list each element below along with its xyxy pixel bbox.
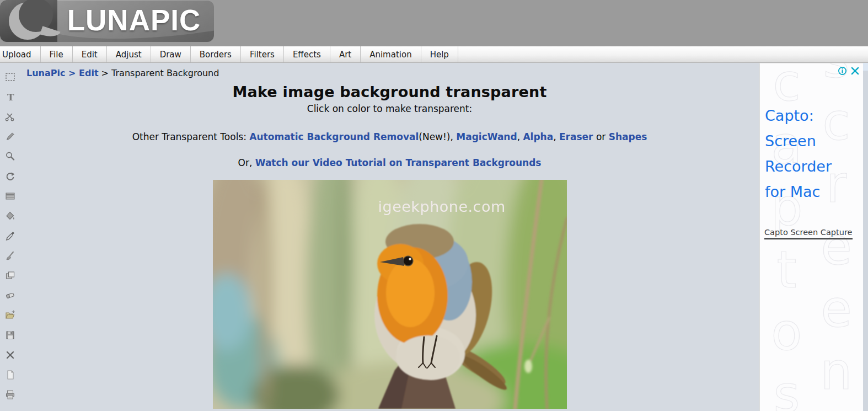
marquee-select-icon[interactable] [5, 72, 15, 82]
transparent-tools-line: Other Transparent Tools: Automatic Backg… [20, 131, 759, 142]
delete-icon[interactable] [5, 350, 15, 360]
scissors-icon[interactable] [5, 111, 15, 122]
new-badge: (New!) [419, 131, 450, 142]
menu-item-upload[interactable]: Upload [0, 46, 41, 62]
page-title: Make image background transparent [20, 83, 759, 100]
menu-item-adjust[interactable]: Adjust [107, 46, 151, 62]
breadcrumb-home-link[interactable]: LunaPic [26, 68, 65, 78]
logo-text: LUNAPIC [57, 3, 211, 37]
eraser-tool-icon[interactable] [5, 290, 15, 301]
auto-background-removal-link[interactable]: Automatic Background Removal [249, 131, 419, 142]
breadcrumb-separator: > [99, 68, 112, 78]
menu-item-borders[interactable]: Borders [191, 46, 241, 62]
content-area: T LunaPic > Edit > Transparent Backgroun… [0, 63, 868, 411]
main-panel: LunaPic > Edit > Transparent Background … [20, 63, 759, 411]
ad-info-icon[interactable] [838, 66, 847, 76]
moon-icon [0, 0, 57, 42]
page-subtitle: Click on color to make transparent: [20, 103, 759, 114]
menu-item-draw[interactable]: Draw [151, 46, 191, 62]
rotate-icon[interactable] [5, 171, 15, 182]
menu-item-filters[interactable]: Filters [241, 46, 284, 62]
tutorial-prefix: Or, [238, 157, 255, 168]
menu-item-edit[interactable]: Edit [73, 46, 107, 62]
ad-close-icon[interactable] [850, 66, 860, 76]
ad-headline[interactable]: Capto: Screen Recorder for Mac [765, 103, 853, 205]
menu-bar: UploadFileEditAdjustDrawBordersFiltersEf… [0, 46, 868, 63]
tool-sidebar: T [0, 63, 20, 411]
lunapic-logo[interactable]: LUNAPIC [0, 0, 214, 42]
layers-icon[interactable] [5, 270, 15, 281]
magicwand-link[interactable]: MagicWand [456, 131, 517, 142]
breadcrumb-edit-link[interactable]: Edit [79, 68, 99, 78]
zoom-icon[interactable] [5, 151, 15, 162]
editor-image[interactable]: igeekphone.com [213, 180, 567, 409]
separator: , [553, 131, 559, 142]
menu-item-effects[interactable]: Effects [284, 46, 330, 62]
new-document-icon[interactable] [5, 370, 15, 380]
color-picker-icon[interactable] [5, 231, 15, 241]
menu-item-animation[interactable]: Animation [361, 46, 421, 62]
scrollbar-thumb[interactable] [863, 63, 868, 71]
fill-bucket-icon[interactable] [5, 211, 15, 221]
or-text: or [593, 131, 609, 142]
shapes-link[interactable]: Shapes [609, 131, 647, 142]
eraser-link[interactable]: Eraser [559, 131, 593, 142]
save-icon[interactable] [5, 330, 15, 340]
menu-item-help[interactable]: Help [421, 46, 458, 62]
site-header: LUNAPIC [0, 0, 868, 46]
breadcrumb-separator: > [65, 68, 79, 78]
scrollbar-track[interactable] [863, 63, 868, 411]
pattern-icon[interactable] [5, 191, 15, 201]
ad-capto-link[interactable]: Capto Screen Capture [764, 228, 853, 239]
breadcrumb-current: Transparent Background [111, 68, 219, 78]
video-tutorial-link[interactable]: Watch our Video Tutorial on Transparent … [255, 157, 542, 168]
pencil-icon[interactable] [5, 131, 15, 142]
paintbrush-icon[interactable] [5, 250, 15, 261]
tutorial-line: Or, Watch our Video Tutorial on Transpar… [20, 157, 759, 168]
separator: , [517, 131, 523, 142]
separator: , [450, 131, 456, 142]
tools-prefix: Other Transparent Tools: [132, 131, 250, 142]
svg-text:T: T [7, 92, 14, 102]
menu-item-file[interactable]: File [41, 46, 73, 62]
breadcrumb: LunaPic > Edit > Transparent Background [20, 63, 759, 78]
ad-panel: captos screens Capto: Screen Recorder fo… [759, 63, 863, 411]
text-tool-icon[interactable]: T [5, 92, 15, 102]
alpha-link[interactable]: Alpha [523, 131, 553, 142]
print-icon[interactable] [5, 389, 15, 400]
menu-item-art[interactable]: Art [330, 46, 361, 62]
watermark-text: igeekphone.com [378, 198, 506, 215]
open-folder-icon[interactable] [5, 310, 15, 321]
